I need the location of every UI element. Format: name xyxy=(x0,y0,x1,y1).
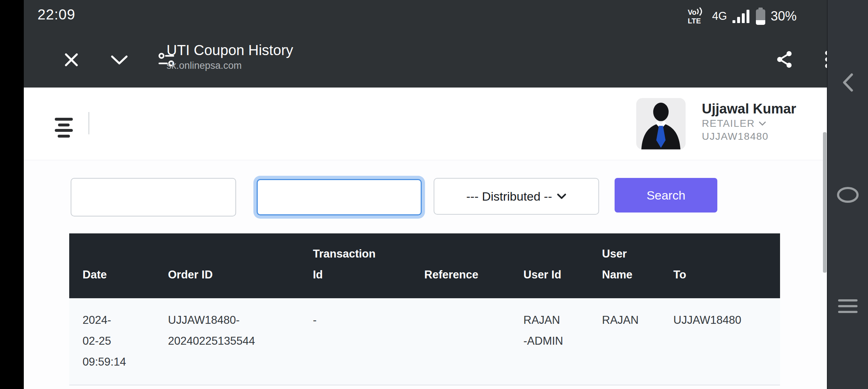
svg-text:LTE: LTE xyxy=(688,17,701,25)
col-date: Date xyxy=(83,264,107,285)
recents-lines-icon xyxy=(838,299,858,313)
web-page: Ujjawal Kumar RETAILER UJJAW18480 --- Di… xyxy=(24,88,827,389)
status-select[interactable]: --- Distributed -- xyxy=(434,178,599,215)
hamburger-icon xyxy=(55,118,74,138)
cell-order-id: UJJAW18480- 20240225135544 xyxy=(168,314,255,347)
profile-name: Ujjawal Kumar xyxy=(702,100,796,117)
filter-from-input[interactable] xyxy=(71,178,236,216)
chevron-down-icon xyxy=(110,55,129,66)
chevron-down-icon xyxy=(557,193,567,200)
profile-block: Ujjawal Kumar RETAILER UJJAW18480 xyxy=(702,100,796,143)
col-transaction-id: Transaction Id xyxy=(313,243,376,285)
col-reference: Reference xyxy=(424,264,478,285)
profile-role: RETAILER xyxy=(702,117,755,130)
browser-chrome: 22:09 Vo LTE 4G 30% xyxy=(24,0,827,88)
col-to: To xyxy=(673,264,686,285)
back-chevron-icon xyxy=(841,72,855,93)
avatar xyxy=(636,98,686,149)
nav-recents-button[interactable] xyxy=(838,299,858,313)
share-button[interactable] xyxy=(776,50,794,68)
col-user-id: User Id xyxy=(523,264,561,285)
close-icon xyxy=(63,51,80,68)
page-title: UTI Coupon History xyxy=(167,42,293,58)
profile-code: UJJAW18480 xyxy=(702,130,796,143)
home-circle-icon xyxy=(836,186,860,204)
page-url: sk.onlinepsa.com xyxy=(167,58,293,73)
share-icon xyxy=(776,50,794,68)
signal-strength-icon xyxy=(732,9,750,23)
profile-role-row[interactable]: RETAILER xyxy=(702,117,796,130)
android-screen: 22:09 Vo LTE 4G 30% xyxy=(0,0,868,389)
status-icons: Vo LTE 4G 30% xyxy=(687,0,797,32)
filter-to-input-focused[interactable] xyxy=(257,179,422,215)
table-row: 2024- 02-25 09:59:14 UJJAW18480- 2024022… xyxy=(69,298,780,385)
cell-date: 2024- 02-25 09:59:14 xyxy=(83,314,126,368)
page-scrollbar-thumb[interactable] xyxy=(823,132,827,273)
cell-user-name: RAJAN xyxy=(602,314,639,326)
topbar-divider xyxy=(88,112,89,134)
col-user-name: User Name xyxy=(602,243,632,285)
nav-back-button[interactable] xyxy=(841,72,855,93)
close-tab-button[interactable] xyxy=(63,51,80,68)
nav-home-button[interactable] xyxy=(836,186,860,204)
battery-percent-label: 30% xyxy=(771,9,797,24)
volte-icon: Vo LTE xyxy=(687,7,707,25)
expand-button[interactable] xyxy=(110,55,129,66)
search-button[interactable]: Search xyxy=(615,178,717,213)
table-header-row: Date Order ID Transaction Id Reference U… xyxy=(69,233,780,298)
android-nav-bar xyxy=(827,0,868,389)
cell-user-id: RAJAN -ADMIN xyxy=(523,314,563,347)
col-order-id: Order ID xyxy=(168,264,213,285)
svg-text:Vo: Vo xyxy=(688,8,696,16)
site-topbar: Ujjawal Kumar RETAILER UJJAW18480 xyxy=(24,88,827,160)
status-select-value: --- Distributed -- xyxy=(466,189,552,204)
tab-title-block: UTI Coupon History sk.onlinepsa.com xyxy=(167,42,293,73)
coupon-history-table: Date Order ID Transaction Id Reference U… xyxy=(69,233,780,385)
network-type-label: 4G xyxy=(712,10,727,23)
status-clock: 22:09 xyxy=(37,6,75,23)
sidebar-menu-button[interactable] xyxy=(55,118,74,138)
cell-transaction-id: - xyxy=(313,314,316,326)
battery-icon xyxy=(756,8,765,25)
cell-to: UJJAW18480 xyxy=(673,314,741,326)
chevron-down-icon xyxy=(758,121,766,126)
